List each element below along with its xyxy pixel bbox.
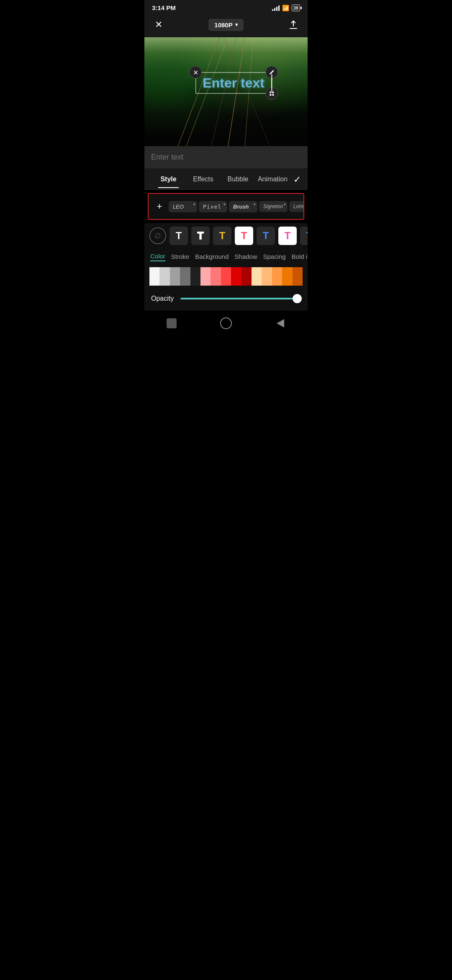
bottom-nav xyxy=(144,311,308,338)
font-pixel-label: Pixel xyxy=(203,204,221,210)
svg-rect-10 xyxy=(270,94,271,96)
font-letter-label: Letter xyxy=(293,204,304,209)
swatch-8[interactable] xyxy=(231,267,241,286)
close-button[interactable]: ✕ xyxy=(151,17,166,32)
font-chip-signeton[interactable]: Signeton ▾ xyxy=(259,201,288,212)
swatch-12[interactable] xyxy=(272,267,282,286)
swatch-0[interactable] xyxy=(149,267,159,286)
tab-animation[interactable]: Animation xyxy=(255,175,290,188)
signal-icon xyxy=(272,5,280,11)
canvas-text-label: Enter text xyxy=(203,75,265,90)
swatch-11[interactable] xyxy=(262,267,272,286)
nav-back-button[interactable] xyxy=(273,316,288,331)
swatch-2[interactable] xyxy=(170,267,180,286)
nav-back-icon xyxy=(277,319,284,328)
color-tab-color[interactable]: Color xyxy=(150,253,165,261)
swatch-4[interactable] xyxy=(190,267,200,286)
font-chip-leo[interactable]: LEO ▾ xyxy=(169,201,197,212)
add-font-button[interactable]: + xyxy=(152,199,167,214)
font-brush-arrow: ▾ xyxy=(254,202,256,206)
nav-square-icon xyxy=(167,318,177,328)
status-time: 3:14 PM xyxy=(152,4,176,11)
style-t2-button[interactable]: T xyxy=(191,227,210,245)
font-leo-arrow: ▾ xyxy=(193,202,195,206)
text-cursor xyxy=(271,75,272,92)
color-tab-boldital[interactable]: Bold ital xyxy=(292,253,308,261)
swatch-6[interactable] xyxy=(211,267,221,286)
font-style-row: + LEO ▾ Pixel ▾ Brush ▾ Signeton ▾ Lette… xyxy=(148,193,304,220)
swatch-7[interactable] xyxy=(221,267,231,286)
export-button[interactable] xyxy=(286,17,301,32)
opacity-thumb[interactable] xyxy=(293,294,302,303)
top-toolbar: ✕ 1080P ▾ xyxy=(144,14,308,37)
svg-rect-9 xyxy=(272,92,274,93)
style-none-button[interactable]: ∅ xyxy=(149,227,166,244)
swatch-9[interactable] xyxy=(241,267,252,286)
svg-rect-11 xyxy=(272,94,274,96)
swatch-14[interactable] xyxy=(293,267,303,286)
swatch-3[interactable] xyxy=(180,267,190,286)
font-chip-pixel[interactable]: Pixel ▾ xyxy=(199,201,227,212)
nav-circle-icon xyxy=(220,317,232,329)
style-t7-label: T xyxy=(306,230,308,242)
color-tab-stroke[interactable]: Stroke xyxy=(171,253,189,261)
color-tab-spacing[interactable]: Spacing xyxy=(263,253,286,261)
nav-square-button[interactable] xyxy=(164,316,179,331)
style-t3-label: T xyxy=(219,230,226,242)
style-t3-button[interactable]: T xyxy=(213,227,231,245)
style-t1-button[interactable]: T xyxy=(170,227,188,245)
swatch-1[interactable] xyxy=(159,267,170,286)
text-input-area[interactable] xyxy=(144,146,308,168)
text-style-row: ∅ T T T T T T T T xyxy=(144,223,308,248)
svg-rect-8 xyxy=(270,92,271,93)
tab-style[interactable]: Style xyxy=(151,175,186,188)
font-pixel-arrow: ▾ xyxy=(223,202,226,206)
tabs-row: Style Effects Bubble Animation ✓ xyxy=(144,168,308,190)
font-brush-label: Brush xyxy=(233,204,249,210)
chevron-down-icon: ▾ xyxy=(235,22,238,28)
video-canvas: ✕ Enter text xyxy=(144,37,308,146)
opacity-label: Opacity xyxy=(151,295,174,302)
style-t5-button[interactable]: T xyxy=(257,227,275,245)
opacity-slider[interactable] xyxy=(180,298,301,299)
tab-bubble[interactable]: Bubble xyxy=(221,175,255,188)
color-swatches-row xyxy=(144,264,308,289)
font-signeton-arrow: ▾ xyxy=(284,202,286,206)
canvas-text-container[interactable]: ✕ Enter text xyxy=(195,72,272,94)
style-t7-button[interactable]: T xyxy=(300,227,308,245)
resolution-button[interactable]: 1080P ▾ xyxy=(208,19,243,31)
text-input-field[interactable] xyxy=(151,146,301,168)
color-tabs-row: Color Stroke Background Shadow Spacing B… xyxy=(144,248,308,264)
swatch-13[interactable] xyxy=(282,267,292,286)
export-icon xyxy=(289,20,298,29)
confirm-button[interactable]: ✓ xyxy=(290,174,301,189)
font-signeton-label: Signeton xyxy=(263,204,283,209)
color-tab-background[interactable]: Background xyxy=(195,253,229,261)
swatch-5[interactable] xyxy=(200,267,211,286)
font-chip-letter[interactable]: Letter ▾ xyxy=(289,201,304,212)
style-t2-label: T xyxy=(198,230,204,242)
canvas-text-box[interactable]: ✕ Enter text xyxy=(195,72,272,94)
color-tab-shadow[interactable]: Shadow xyxy=(234,253,257,261)
status-icons: 📶 39 xyxy=(272,5,300,11)
battery-icon: 39 xyxy=(292,5,300,11)
nav-home-button[interactable] xyxy=(218,316,234,331)
style-t5-label: T xyxy=(263,230,269,242)
status-bar: 3:14 PM 📶 39 xyxy=(144,0,308,14)
style-t6-label: T xyxy=(285,230,291,242)
tab-effects[interactable]: Effects xyxy=(186,175,221,188)
swatch-10[interactable] xyxy=(252,267,262,286)
style-t6-button[interactable]: T xyxy=(278,227,297,245)
opacity-row: Opacity xyxy=(144,289,308,311)
wifi-icon: 📶 xyxy=(282,5,289,11)
font-leo-label: LEO xyxy=(173,204,184,210)
style-t4-label: T xyxy=(241,230,247,242)
style-t4-button[interactable]: T xyxy=(235,227,253,245)
resolution-label: 1080P xyxy=(214,21,232,28)
font-chip-brush[interactable]: Brush ▾ xyxy=(229,201,257,212)
canvas-delete-handle[interactable]: ✕ xyxy=(189,66,202,79)
